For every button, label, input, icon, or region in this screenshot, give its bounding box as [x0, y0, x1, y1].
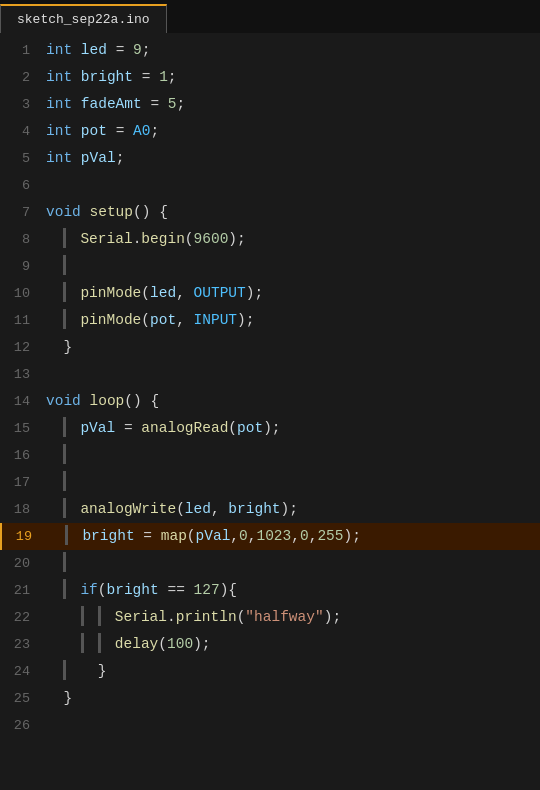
line-content: analogWrite(led, bright);	[46, 496, 298, 522]
line-number: 5	[0, 146, 46, 172]
code-line: 26	[0, 712, 540, 739]
line-number: 21	[0, 578, 46, 604]
code-line: 10 pinMode(led, OUTPUT);	[0, 280, 540, 307]
code-line: 21 if(bright == 127){	[0, 577, 540, 604]
line-content: bright = map(pVal,0,1023,0,255);	[48, 523, 361, 549]
line-content: if(bright == 127){	[46, 577, 237, 603]
line-content: delay(100);	[46, 631, 211, 657]
line-number: 16	[0, 443, 46, 469]
code-line: 9	[0, 253, 540, 280]
code-line: 3 int fadeAmt = 5;	[0, 91, 540, 118]
line-content: int bright = 1;	[46, 64, 177, 90]
line-number: 7	[0, 200, 46, 226]
line-number: 18	[0, 497, 46, 523]
line-number: 25	[0, 686, 46, 712]
line-content: pinMode(pot, INPUT);	[46, 307, 254, 333]
line-number: 24	[0, 659, 46, 685]
line-content: Serial.begin(9600);	[46, 226, 246, 252]
code-line: 12 }	[0, 334, 540, 361]
line-content: Serial.println("halfway");	[46, 604, 341, 630]
line-number: 10	[0, 281, 46, 307]
line-number: 22	[0, 605, 46, 631]
line-content	[46, 550, 80, 576]
line-number: 20	[0, 551, 46, 577]
line-number: 2	[0, 65, 46, 91]
code-line: 17	[0, 469, 540, 496]
line-content: }	[46, 658, 107, 684]
line-number: 17	[0, 470, 46, 496]
line-content	[46, 253, 80, 279]
line-number: 3	[0, 92, 46, 118]
line-content: int fadeAmt = 5;	[46, 91, 185, 117]
code-line: 18 analogWrite(led, bright);	[0, 496, 540, 523]
code-line: 4 int pot = A0;	[0, 118, 540, 145]
line-number: 1	[0, 38, 46, 64]
line-number: 19	[2, 524, 48, 550]
code-line: 8 Serial.begin(9600);	[0, 226, 540, 253]
line-content	[46, 172, 55, 198]
line-number: 9	[0, 254, 46, 280]
code-line: 15 pVal = analogRead(pot);	[0, 415, 540, 442]
line-number: 13	[0, 362, 46, 388]
line-content	[46, 442, 80, 468]
line-number: 4	[0, 119, 46, 145]
tab-sketch[interactable]: sketch_sep22a.ino	[0, 4, 167, 33]
code-line: 6	[0, 172, 540, 199]
line-number: 6	[0, 173, 46, 199]
code-line: 11 pinMode(pot, INPUT);	[0, 307, 540, 334]
code-line: 25 }	[0, 685, 540, 712]
line-content	[46, 361, 55, 387]
code-line: 2 int bright = 1;	[0, 64, 540, 91]
line-number: 23	[0, 632, 46, 658]
code-line: 1 int led = 9;	[0, 37, 540, 64]
code-line-highlighted: 19 bright = map(pVal,0,1023,0,255);	[0, 523, 540, 550]
code-line: 5 int pVal;	[0, 145, 540, 172]
code-line: 23 delay(100);	[0, 631, 540, 658]
line-content: }	[46, 685, 72, 711]
line-content: pVal = analogRead(pot);	[46, 415, 281, 441]
line-content: }	[46, 334, 72, 360]
line-number: 12	[0, 335, 46, 361]
line-content: int led = 9;	[46, 37, 150, 63]
line-number: 11	[0, 308, 46, 334]
line-content: void setup() {	[46, 199, 168, 225]
line-number: 14	[0, 389, 46, 415]
code-editor: 1 int led = 9; 2 int bright = 1; 3 int f…	[0, 33, 540, 743]
tab-bar: sketch_sep22a.ino	[0, 0, 540, 33]
code-line: 16	[0, 442, 540, 469]
code-line: 13	[0, 361, 540, 388]
line-number: 8	[0, 227, 46, 253]
code-line: 22 Serial.println("halfway");	[0, 604, 540, 631]
line-number: 26	[0, 713, 46, 739]
line-content	[46, 469, 80, 495]
code-line: 24 }	[0, 658, 540, 685]
line-number: 15	[0, 416, 46, 442]
line-content: pinMode(led, OUTPUT);	[46, 280, 263, 306]
line-content: int pot = A0;	[46, 118, 159, 144]
line-content: void loop() {	[46, 388, 159, 414]
line-content	[46, 712, 55, 738]
code-line: 20	[0, 550, 540, 577]
line-content: int pVal;	[46, 145, 124, 171]
code-line: 7 void setup() {	[0, 199, 540, 226]
code-line: 14 void loop() {	[0, 388, 540, 415]
